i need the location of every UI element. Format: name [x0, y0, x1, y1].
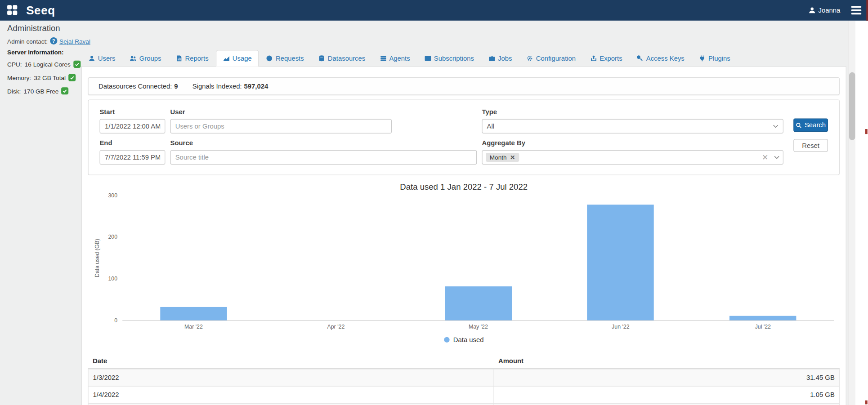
chart-bar[interactable] [729, 316, 796, 320]
usage-tab-panel: Datasources Connected:9 Signals Indexed:… [81, 66, 846, 405]
cpu-label: CPU: [7, 61, 22, 67]
memory-value: 32 GB Total [34, 74, 66, 81]
admin-main: Users Groups Reports Usage Requests Data… [81, 50, 846, 405]
chevron-down-icon [774, 156, 779, 159]
memory-label: Memory: [7, 74, 31, 81]
table-row[interactable]: 1/4/2022 1.05 GB [88, 386, 839, 403]
amount-cell [494, 404, 839, 405]
y-axis-tick-label: 300 [108, 192, 117, 198]
search-icon [796, 122, 802, 129]
admin-contact-link[interactable]: Sejal Raval [59, 38, 90, 45]
date-cell: 1/3/2022 [88, 369, 494, 386]
table-row-partial[interactable] [88, 404, 839, 405]
tab-subscriptions[interactable]: Subscriptions [417, 50, 481, 67]
server-information-heading: Server Information: [7, 49, 84, 56]
tab-agents[interactable]: Agents [372, 50, 417, 67]
user-avatar-icon [808, 7, 815, 14]
server-info-row-memory: Memory: 32 GB Total [7, 74, 84, 81]
page-scrollbar-track[interactable] [848, 21, 855, 405]
tab-requests[interactable]: Requests [259, 50, 311, 67]
user-name: Joanna [818, 6, 840, 14]
chart-legend[interactable]: Data used [88, 336, 839, 343]
server-info-row-disk: Disk: 170 GB Free [7, 87, 84, 94]
key-icon [637, 55, 644, 62]
hamburger-menu-icon[interactable] [850, 5, 862, 16]
amount-column-header: Amount [494, 354, 839, 369]
amount-cell: 31.45 GB [494, 369, 839, 386]
tab-plugins[interactable]: Plugins [692, 50, 738, 67]
edge-accent [866, 0, 868, 21]
signals-indexed: Signals Indexed:597,024 [192, 82, 268, 90]
user-menu[interactable]: Joanna [808, 6, 840, 14]
check-icon [68, 74, 76, 81]
aggregate-tag: Month ✕ [486, 153, 519, 162]
tab-configuration[interactable]: Configuration [519, 50, 583, 67]
disk-label: Disk: [7, 88, 21, 94]
tab-label: Requests [276, 54, 304, 62]
type-select[interactable]: All [482, 119, 783, 134]
user-label: User [170, 108, 482, 116]
chart-title: Data used 1 Jan 2022 - 7 Jul 2022 [88, 182, 839, 191]
page-title: Administration [7, 23, 135, 33]
tab-datasources[interactable]: Datasources [311, 50, 373, 67]
tab-label: Reports [185, 54, 209, 62]
aggregate-field: Aggregate By Month ✕ ✕ [482, 139, 783, 165]
apps-grid-icon[interactable] [7, 5, 18, 16]
server-information: Server Information: CPU: 16 Logical Core… [7, 49, 84, 101]
help-question-icon[interactable]: ? [50, 37, 57, 45]
usage-chart-icon [223, 55, 230, 62]
admin-contact: Admin contact: ? Sejal Raval [7, 37, 135, 45]
type-field: Type All [482, 108, 783, 134]
tab-users[interactable]: Users [81, 50, 123, 67]
chart-bar[interactable] [587, 205, 654, 320]
reset-button[interactable]: Reset [793, 139, 828, 151]
seeq-logo[interactable]: Seeq [26, 4, 55, 17]
top-navbar: Seeq Joanna [0, 0, 868, 21]
chart-bar[interactable] [160, 307, 227, 320]
y-axis-tick-label: 0 [114, 317, 117, 324]
tab-access-keys[interactable]: Access Keys [630, 50, 692, 67]
server-stack-icon [380, 55, 386, 62]
tab-groups[interactable]: Groups [123, 50, 169, 67]
server-info-row-cpu: CPU: 16 Logical Cores [7, 61, 84, 68]
user-field: User [170, 108, 482, 134]
chevron-down-icon [773, 125, 778, 128]
administration-page: Seeq Joanna Administration Admin contact… [0, 0, 868, 405]
table-row[interactable]: 1/3/2022 31.45 GB [88, 369, 839, 386]
x-axis-tick-label: Mar '22 [184, 324, 203, 330]
briefcase-icon [488, 55, 495, 62]
check-icon [73, 61, 81, 68]
remove-tag-icon[interactable]: ✕ [510, 154, 515, 160]
tab-label: Datasources [328, 54, 365, 62]
tab-label: Access Keys [646, 54, 685, 62]
clear-selection-icon[interactable]: ✕ [762, 153, 769, 161]
tab-exports[interactable]: Exports [583, 50, 630, 67]
tab-jobs[interactable]: Jobs [481, 50, 519, 67]
tab-label: Users [98, 54, 116, 62]
source-input[interactable] [170, 150, 477, 165]
start-input[interactable] [99, 119, 165, 134]
aggregate-by-select[interactable]: Month ✕ ✕ [482, 150, 783, 165]
signals-indexed-label: Signals Indexed: [192, 82, 242, 90]
usage-data-table: Date Amount 1/3/2022 31.45 GB 1/4/2022 1… [88, 354, 839, 405]
y-axis-tick-label: 200 [108, 234, 117, 240]
signals-indexed-value: 597,024 [244, 82, 268, 90]
tab-usage[interactable]: Usage [216, 50, 259, 67]
end-label: End [99, 139, 170, 147]
search-button[interactable]: Search [793, 119, 828, 132]
chart-bar[interactable] [445, 286, 511, 320]
right-gutter [855, 21, 868, 405]
aggregate-tag-label: Month [490, 154, 507, 161]
x-axis-tick-label: Apr '22 [327, 324, 345, 330]
user-input[interactable] [170, 119, 392, 134]
tab-label: Subscriptions [434, 54, 474, 62]
tab-label: Exports [600, 54, 622, 62]
y-axis-title: Data used (GB) [94, 239, 100, 277]
page-scrollbar-thumb[interactable] [849, 72, 855, 140]
tab-reports[interactable]: Reports [169, 50, 216, 67]
tab-label: Jobs [498, 54, 512, 62]
end-input[interactable] [99, 150, 165, 165]
legend-label: Data used [453, 336, 484, 343]
cpu-value: 16 Logical Cores [25, 61, 71, 67]
tab-label: Usage [233, 54, 252, 62]
